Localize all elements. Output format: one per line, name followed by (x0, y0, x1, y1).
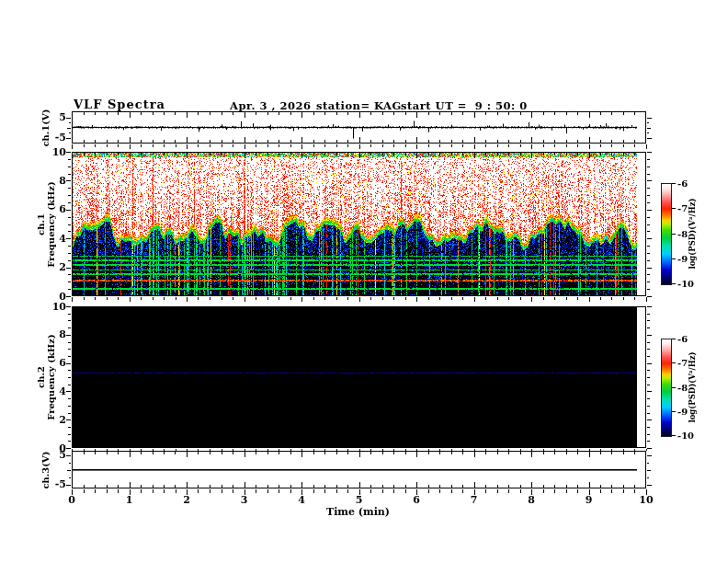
colorbar-tick-label: -9 (677, 406, 688, 418)
y-tick-label: 5 (39, 111, 66, 123)
colorbar2-label: log(PSD)(V²/Hz) (688, 351, 698, 422)
ch1-waveform-canvas (72, 111, 646, 144)
y-tick-label: 10 (39, 146, 66, 158)
plot-title: VLF Spectra (74, 98, 165, 111)
y-tick-label: 5 (39, 449, 66, 461)
x-tick-label: 9 (578, 494, 600, 506)
y-tick-label: 6 (39, 357, 66, 369)
ch1-spectrogram-canvas (72, 152, 646, 296)
x-tick-label: 1 (119, 494, 141, 506)
y-tick-label: 4 (39, 385, 66, 397)
x-tick-label: 10 (635, 494, 657, 506)
vlf-spectra-plot: VLF Spectra Apr. 3 , 2026 station= KAG s… (0, 0, 728, 563)
ch2-spec-axis-label: ch.2 Frequency (kHz) (36, 334, 56, 419)
x-tick-label: 6 (405, 494, 427, 506)
y-tick-label: 4 (39, 233, 66, 245)
colorbar-tick-label: -10 (677, 430, 694, 442)
y-tick-label: 8 (39, 175, 66, 187)
colorbar-tick-label: -8 (677, 228, 688, 240)
colorbar1-label: log(PSD)(V²/Hz) (688, 198, 698, 269)
y-tick-label: 2 (39, 414, 66, 426)
colorbar-tick-label: -10 (677, 278, 694, 290)
ch2-spectrogram-canvas (72, 306, 646, 448)
plot-station: station= KAG (316, 99, 402, 112)
colorbar-tick-label: -7 (677, 357, 688, 369)
y-tick-label: 6 (39, 203, 66, 215)
x-tick-label: 8 (520, 494, 542, 506)
y-tick-label: 2 (39, 261, 66, 273)
x-tick-label: 7 (463, 494, 485, 506)
colorbar-tick-label: -9 (677, 253, 688, 265)
plot-date: Apr. 3 , 2026 (230, 99, 312, 112)
y-tick-label: 10 (39, 301, 66, 313)
plot-start-ut: start UT = 9 : 50: 0 (401, 99, 528, 112)
y-tick-label: 8 (39, 328, 66, 340)
y-tick-label: -5 (39, 132, 66, 144)
colorbar-tick-label: -8 (677, 382, 688, 394)
x-tick-label: 4 (290, 494, 313, 506)
colorbar-tick-label: -7 (677, 202, 688, 214)
colorbar-tick-label: -6 (677, 178, 688, 190)
colorbar-ch1 (661, 183, 672, 285)
x-tick-label: 3 (233, 494, 256, 506)
y-tick-label: -5 (39, 478, 66, 490)
x-tick-label: 5 (348, 494, 370, 506)
colorbar-tick-label: -6 (677, 333, 688, 345)
ch3-waveform-canvas (72, 451, 646, 488)
colorbar-ch2 (661, 339, 672, 437)
x-tick-label: 2 (176, 494, 198, 506)
x-axis-title: Time (min) (326, 506, 390, 518)
ch1-spec-axis-label: ch.1 Frequency (kHz) (36, 181, 56, 267)
x-tick-label: 0 (61, 494, 83, 506)
